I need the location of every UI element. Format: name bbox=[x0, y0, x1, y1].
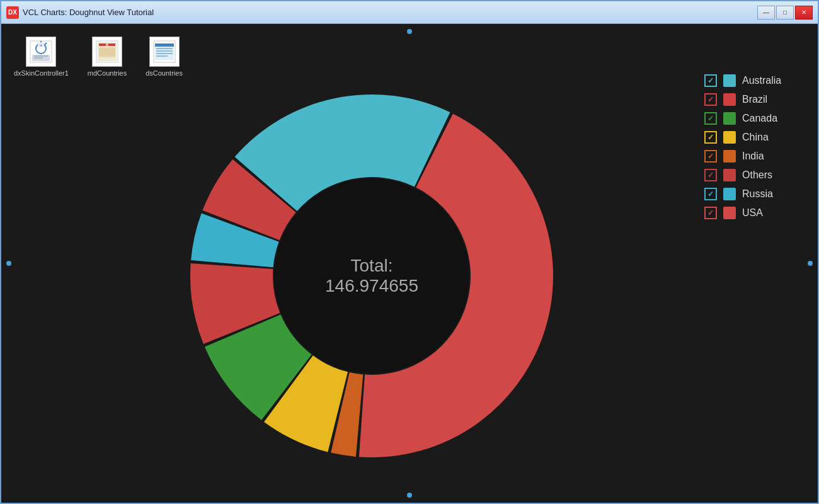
titlebar-buttons: — □ ✕ bbox=[757, 6, 813, 20]
legend-label-china: China bbox=[742, 132, 793, 143]
svg-rect-23 bbox=[156, 53, 173, 54]
svg-rect-13 bbox=[99, 47, 115, 57]
legend-item-usa[interactable]: ✓USA bbox=[704, 207, 793, 219]
legend-label-australia: Australia bbox=[742, 75, 793, 86]
legend-checkbox-usa[interactable]: ✓ bbox=[704, 207, 717, 219]
titlebar: DX VCL Charts: Doughnut View Tutorial — … bbox=[1, 1, 818, 24]
legend-label-canada: Canada bbox=[742, 113, 793, 124]
chart-container: Total: 146.974655 bbox=[64, 62, 679, 490]
legend-checkbox-australia[interactable]: ✓ bbox=[704, 74, 717, 87]
legend-item-brazil[interactable]: ✓Brazil bbox=[704, 93, 793, 106]
minimize-button[interactable]: — bbox=[757, 6, 775, 20]
legend-item-canada[interactable]: ✓Canada bbox=[704, 112, 793, 125]
legend-checkbox-russia[interactable]: ✓ bbox=[704, 188, 717, 200]
legend-color-australia bbox=[723, 74, 736, 87]
chart-legend: ✓Australia✓Brazil✓Canada✓China✓India✓Oth… bbox=[704, 74, 793, 219]
donut-chart: Total: 146.974655 bbox=[176, 81, 567, 471]
legend-color-russia bbox=[723, 188, 736, 200]
legend-checkbox-china[interactable]: ✓ bbox=[704, 131, 717, 144]
skin-controller-icon: + bbox=[26, 37, 56, 67]
donut-hole bbox=[274, 178, 469, 374]
close-button[interactable]: ✕ bbox=[795, 6, 813, 20]
svg-rect-20 bbox=[155, 43, 174, 47]
legend-color-brazil bbox=[723, 93, 736, 106]
legend-checkbox-brazil[interactable]: ✓ bbox=[704, 93, 717, 106]
main-window: DX VCL Charts: Doughnut View Tutorial — … bbox=[0, 0, 819, 504]
legend-color-china bbox=[723, 131, 736, 144]
top-center-dot bbox=[407, 29, 412, 34]
legend-label-brazil: Brazil bbox=[742, 94, 793, 105]
svg-rect-22 bbox=[156, 50, 173, 52]
maximize-button[interactable]: □ bbox=[776, 6, 794, 20]
svg-text:+: + bbox=[40, 43, 43, 49]
legend-color-canada bbox=[723, 112, 736, 125]
main-content: + dxSkinController1 M bbox=[1, 24, 818, 503]
svg-rect-21 bbox=[156, 48, 173, 49]
legend-checkbox-canada[interactable]: ✓ bbox=[704, 112, 717, 125]
legend-label-india: India bbox=[742, 151, 793, 162]
legend-color-usa bbox=[723, 207, 736, 219]
legend-color-india bbox=[723, 150, 736, 163]
donut-svg bbox=[176, 81, 567, 471]
legend-item-australia[interactable]: ✓Australia bbox=[704, 74, 793, 87]
skin-controller-label: dxSkinController1 bbox=[14, 69, 69, 77]
bottom-center-dot bbox=[407, 493, 412, 498]
legend-item-others[interactable]: ✓Others bbox=[704, 169, 793, 181]
legend-label-russia: Russia bbox=[742, 188, 793, 200]
skin-controller-component[interactable]: + dxSkinController1 bbox=[14, 37, 69, 77]
left-center-dot bbox=[6, 261, 11, 266]
window-title: VCL Charts: Doughnut View Tutorial bbox=[23, 8, 757, 17]
legend-label-usa: USA bbox=[742, 207, 793, 219]
right-center-dot bbox=[808, 261, 813, 266]
legend-item-china[interactable]: ✓China bbox=[704, 131, 793, 144]
legend-label-others: Others bbox=[742, 169, 793, 181]
app-icon: DX bbox=[6, 6, 19, 19]
legend-checkbox-others[interactable]: ✓ bbox=[704, 169, 717, 181]
legend-checkbox-india[interactable]: ✓ bbox=[704, 150, 717, 163]
svg-rect-24 bbox=[156, 55, 168, 57]
svg-text:M: M bbox=[106, 43, 108, 47]
legend-color-others bbox=[723, 169, 736, 181]
legend-item-india[interactable]: ✓India bbox=[704, 150, 793, 163]
legend-item-russia[interactable]: ✓Russia bbox=[704, 188, 793, 200]
